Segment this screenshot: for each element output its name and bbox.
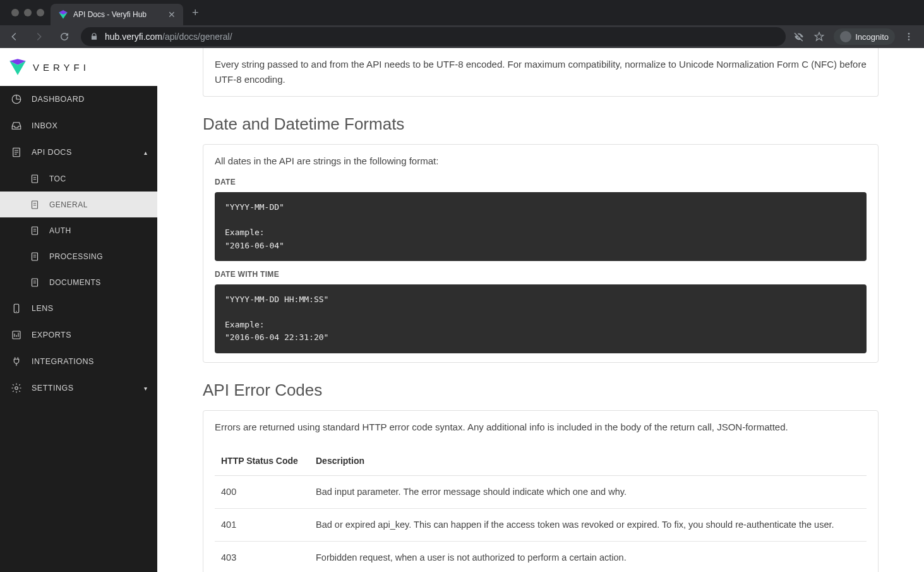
tab-title: API Docs - Veryfi Hub [73,10,163,19]
sidebar-subitem-processing[interactable]: PROCESSING [0,243,157,269]
sidebar: VERYFI DASHBOARDINBOXAPI DOCS▴TOCGENERAL… [0,48,157,572]
sidebar-item-lens[interactable]: LENS [0,295,157,322]
dates-card: All dates in the API are strings in the … [203,144,879,363]
svg-point-1 [908,36,910,38]
back-button[interactable] [5,28,23,46]
sidebar-item-exports[interactable]: EXPORTS [0,322,157,348]
sidebar-item-label: LENS [32,304,54,313]
window-minimize[interactable] [24,9,32,16]
brand-logo[interactable]: VERYFI [0,48,157,86]
brand-text: VERYFI [33,62,90,73]
errors-intro: Errors are returned using standard HTTP … [215,420,867,435]
window-controls [5,9,51,16]
exports-icon [11,329,22,341]
chevron-up-icon: ▴ [144,149,148,156]
url-field[interactable]: hub.veryfi.com/api/docs/general/ [81,27,786,46]
error-desc: Bad or expired api_key. This can happen … [309,509,867,542]
date-code-block: "YYYY-MM-DD" Example: "2016-06-04" [215,192,867,261]
date-label: DATE [215,176,867,188]
sidebar-subitem-label: PROCESSING [49,252,103,261]
sidebar-item-label: EXPORTS [32,331,71,339]
sidebar-subitem-label: GENERAL [49,200,88,209]
doc-icon [11,147,22,158]
table-row: 403Forbidden request, when a user is not… [215,542,867,572]
sidebar-subitem-label: TOC [49,174,66,183]
page-icon [29,199,40,210]
sidebar-item-label: SETTINGS [32,384,74,392]
main-content[interactable]: Every string passed to and from the API … [157,48,924,572]
pie-icon [11,94,22,105]
arrow-left-icon [8,31,20,42]
sidebar-item-label: INBOX [32,121,57,130]
error-desc: Forbidden request, when a user is not au… [309,542,867,572]
section-title-dates: Date and Datetime Formats [203,114,879,134]
sidebar-item-inbox[interactable]: INBOX [0,113,157,139]
page-icon [29,225,40,236]
reload-button[interactable] [56,28,73,46]
reload-icon [59,31,70,42]
sidebar-subitem-documents[interactable]: DOCUMENTS [0,269,157,295]
address-bar: hub.veryfi.com/api/docs/general/ Incogni… [0,25,924,48]
star-icon[interactable] [813,31,825,42]
logo-icon [8,57,28,77]
page-icon [29,251,40,262]
table-header-code: HTTP Status Code [215,446,309,476]
error-codes-table: HTTP Status Code Description 400Bad inpu… [215,446,867,573]
window-close[interactable] [11,9,19,16]
lock-icon [90,32,99,41]
error-desc: Bad input parameter. The error message s… [309,475,867,508]
sidebar-subitem-label: AUTH [49,226,71,235]
tab-close-icon[interactable]: ✕ [168,9,176,20]
inbox-icon [11,120,22,131]
page-icon [29,277,40,288]
sidebar-item-label: INTEGRATIONS [32,357,94,366]
plug-icon [11,356,22,367]
sidebar-subitem-general[interactable]: GENERAL [0,192,157,217]
sidebar-item-label: DASHBOARD [32,95,85,104]
sidebar-subitem-toc[interactable]: TOC [0,166,157,192]
section-title-errors: API Error Codes [203,380,879,400]
table-row: 401Bad or expired api_key. This can happ… [215,509,867,542]
sidebar-item-apidocs[interactable]: API DOCS▴ [0,139,157,166]
gear-icon [11,382,22,394]
sidebar-item-settings[interactable]: SETTINGS▾ [0,375,157,401]
arrow-right-icon [33,31,45,42]
browser-chrome: API Docs - Veryfi Hub ✕ + hub.veryfi.com… [0,0,924,48]
datetime-code-block: "YYYY-MM-DD HH:MM:SS" Example: "2016-06-… [215,284,867,353]
encoding-note-text: Every string passed to and from the API … [215,59,867,85]
eye-off-icon[interactable] [793,31,805,42]
phone-icon [11,303,22,314]
browser-tab[interactable]: API Docs - Veryfi Hub ✕ [51,4,183,25]
favicon-icon [58,9,68,20]
table-header-desc: Description [309,446,867,476]
forward-button[interactable] [30,28,48,46]
encoding-note-card: Every string passed to and from the API … [203,48,879,97]
sidebar-item-integrations[interactable]: INTEGRATIONS [0,348,157,375]
error-code: 400 [215,475,309,508]
window-maximize[interactable] [37,9,44,16]
dates-intro: All dates in the API are strings in the … [215,154,867,169]
sidebar-item-dashboard[interactable]: DASHBOARD [0,86,157,113]
sidebar-subitem-auth[interactable]: AUTH [0,217,157,243]
svg-point-2 [908,39,910,40]
incognito-badge[interactable]: Incognito [834,28,895,45]
page: VERYFI DASHBOARDINBOXAPI DOCS▴TOCGENERAL… [0,48,924,572]
sidebar-item-label: API DOCS [32,148,72,157]
sidebar-subitem-label: DOCUMENTS [49,278,101,287]
table-row: 400Bad input parameter. The error messag… [215,475,867,508]
page-icon [29,173,40,185]
datetime-label: DATE WITH TIME [215,269,867,281]
menu-icon[interactable] [904,32,914,42]
error-code: 403 [215,542,309,572]
incognito-icon [840,31,851,42]
tab-bar: API Docs - Veryfi Hub ✕ + [0,0,924,25]
errors-card: Errors are returned using standard HTTP … [203,410,879,573]
url-text: hub.veryfi.com/api/docs/general/ [105,31,232,42]
error-code: 401 [215,509,309,542]
chevron-down-icon: ▾ [144,385,148,392]
new-tab-button[interactable]: + [183,6,208,20]
svg-point-0 [908,33,910,35]
incognito-label: Incognito [855,32,889,42]
